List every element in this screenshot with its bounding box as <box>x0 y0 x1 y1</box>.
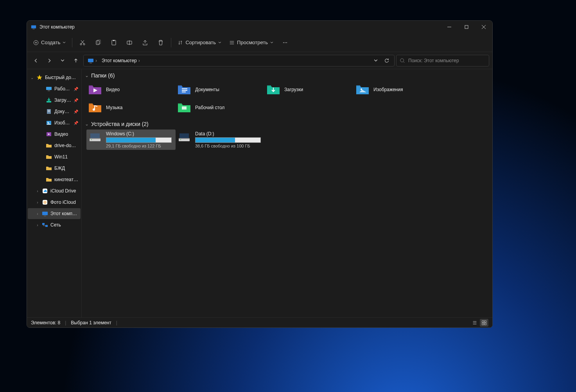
history-button[interactable] <box>57 54 68 67</box>
drive-item[interactable]: Data (D:) 38,6 ГБ свободно из 100 ГБ <box>176 129 265 150</box>
search-bar[interactable] <box>396 55 489 67</box>
arrow-up-icon <box>73 58 79 63</box>
svg-point-60 <box>91 139 92 140</box>
new-label: Создать <box>41 40 60 45</box>
pin-icon: 📌 <box>74 87 78 91</box>
chevron-down-icon: ⌄ <box>85 121 89 127</box>
drive-free-text: 38,6 ГБ свободно из 100 ГБ <box>195 144 263 148</box>
chevron-down-icon <box>270 41 273 44</box>
sidebar-item[interactable]: ›Сеть <box>28 219 81 230</box>
sidebar-item-label: iCloud Drive <box>50 188 78 194</box>
downloads-icon <box>46 97 52 103</box>
folder-item[interactable]: Музыка <box>86 99 176 116</box>
trash-icon <box>158 40 164 46</box>
folders-group-header[interactable]: ⌄ Папки (6) <box>82 71 492 80</box>
svg-point-64 <box>180 139 181 140</box>
svg-rect-47 <box>178 85 182 87</box>
expand-icon: ⌄ <box>30 76 34 80</box>
sidebar-item-label: Документы <box>54 109 71 114</box>
sidebar-item[interactable]: Загрузки📌 <box>28 95 81 106</box>
sidebar-item[interactable]: ›iCloud Drive <box>28 185 81 196</box>
folder-icon <box>177 102 191 113</box>
folder-item[interactable]: Изображения <box>354 81 443 98</box>
back-button[interactable] <box>30 54 42 67</box>
pictures-icon <box>46 120 52 126</box>
sidebar-item[interactable]: Изображения📌 <box>28 117 81 128</box>
minimize-button[interactable] <box>441 21 458 33</box>
chevron-down-icon <box>218 41 221 44</box>
svg-rect-44 <box>42 223 45 225</box>
address-dropdown-button[interactable] <box>371 55 381 66</box>
copy-button[interactable] <box>91 36 105 49</box>
video-icon <box>46 131 52 137</box>
sidebar-item[interactable]: Документы📌 <box>28 106 81 117</box>
svg-rect-45 <box>45 225 48 227</box>
refresh-button[interactable] <box>382 55 392 66</box>
svg-point-22 <box>283 42 284 43</box>
up-button[interactable] <box>70 54 82 67</box>
search-input[interactable] <box>408 58 486 63</box>
sidebar-item[interactable]: ›Фото iCloud <box>28 197 81 208</box>
details-view-button[interactable] <box>470 319 479 327</box>
sidebar-item-label: Загрузки <box>54 97 71 103</box>
sidebar-item[interactable]: Видео <box>28 129 81 140</box>
sidebar-item[interactable]: кинотеатры <box>28 174 81 185</box>
view-button[interactable]: Просмотреть <box>226 36 276 49</box>
expand-icon: › <box>36 223 39 227</box>
svg-rect-46 <box>89 85 93 87</box>
maximize-button[interactable] <box>458 21 475 33</box>
folder-item[interactable]: Загрузки <box>265 81 354 98</box>
paste-button[interactable] <box>107 36 121 49</box>
tiles-view-button[interactable] <box>480 319 488 327</box>
pin-icon: 📌 <box>74 121 78 125</box>
address-bar[interactable]: › Этот компьютер › <box>83 55 395 67</box>
drives-group-label: Устройства и диски (2) <box>91 121 149 127</box>
sidebar-item[interactable]: ›Этот компьютер <box>28 208 81 219</box>
sort-button[interactable]: Сортировать <box>174 36 224 49</box>
rename-button[interactable] <box>122 36 136 49</box>
search-icon <box>400 58 405 63</box>
sidebar-item[interactable]: drive-download-20 <box>28 140 81 151</box>
item-count: Элементов: 8 <box>31 320 60 325</box>
pc-icon <box>88 58 94 64</box>
sidebar-item[interactable]: Рабочий стол📌 <box>28 83 81 94</box>
sidebar-item-label: Рабочий стол <box>54 86 71 92</box>
folder-item[interactable]: Видео <box>86 81 176 98</box>
drives-group-header[interactable]: ⌄ Устройства и диски (2) <box>82 119 492 129</box>
share-button[interactable] <box>138 36 152 49</box>
pin-icon: 📌 <box>74 98 78 102</box>
sidebar-item[interactable]: Win11 <box>28 151 81 162</box>
folder-label: Видео <box>106 87 120 92</box>
svg-rect-56 <box>178 103 182 105</box>
status-separator: | <box>116 320 117 325</box>
drive-item[interactable]: Windows (C:) 29,1 ГБ свободно из 122 ГБ <box>86 129 176 150</box>
svg-point-41 <box>45 202 45 203</box>
drive-icon <box>177 131 191 143</box>
drive-info: Windows (C:) 29,1 ГБ свободно из 122 ГБ <box>106 131 174 148</box>
folder-item[interactable]: Документы <box>176 81 265 98</box>
cut-button[interactable] <box>75 36 90 49</box>
folder-icon <box>46 176 52 183</box>
close-button[interactable] <box>475 21 492 33</box>
svg-rect-3 <box>465 25 468 29</box>
forward-button[interactable] <box>43 54 55 67</box>
sidebar-item[interactable]: ⌄Быстрый доступ <box>28 72 81 83</box>
svg-rect-61 <box>90 133 100 138</box>
folder-item[interactable]: Рабочий стол <box>176 99 265 116</box>
more-button[interactable] <box>278 36 292 49</box>
folder-label: Изображения <box>373 87 403 92</box>
svg-rect-25 <box>88 59 93 62</box>
svg-rect-70 <box>484 320 486 322</box>
selection-count: Выбран 1 элемент <box>71 320 111 325</box>
view-icon <box>229 40 235 45</box>
delete-button[interactable] <box>154 36 168 49</box>
view-label: Просмотреть <box>237 40 268 45</box>
view-toggle <box>470 319 488 327</box>
expand-icon: › <box>36 189 39 193</box>
new-button[interactable]: Создать <box>30 36 69 49</box>
breadcrumb-root[interactable]: › <box>86 55 99 66</box>
sidebar-item-label: БЖД <box>54 165 78 171</box>
svg-rect-57 <box>182 106 187 110</box>
sidebar-item[interactable]: БЖД <box>28 163 81 174</box>
breadcrumb-segment[interactable]: Этот компьютер › <box>100 55 142 66</box>
